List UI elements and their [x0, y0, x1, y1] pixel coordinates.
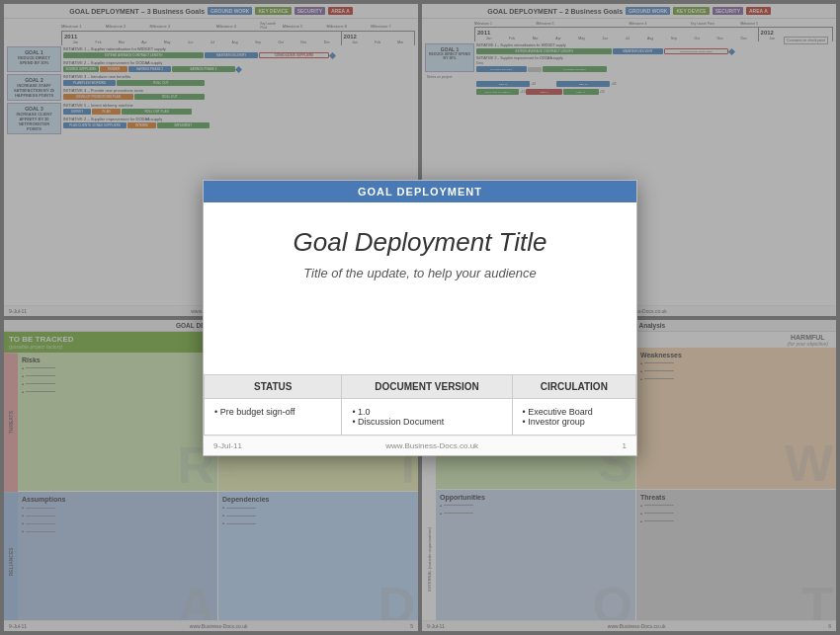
circulation-item-2: Investor group — [523, 417, 626, 427]
modal-header-bar: GOAL DEPLOYMENT — [204, 181, 636, 202]
modal-overlay: GOAL DEPLOYMENT Goal Deployment Title Ti… — [0, 0, 840, 635]
col-docver-header: DOCUMENT VERSION — [342, 374, 512, 398]
modal-footer-page: 1 — [623, 441, 627, 450]
modal-footer-url: www.Business-Docs.co.uk — [385, 441, 478, 450]
col-circulation-header: CIRCULATION — [512, 374, 635, 398]
modal-footer-date: 9-Jul-11 — [213, 441, 242, 450]
modal-title: Goal Deployment Title — [233, 227, 607, 258]
modal-subtitle: Title of the update, to help your audien… — [233, 266, 607, 280]
modal-header-text: GOAL DEPLOYMENT — [358, 186, 482, 198]
col-docver-cell: 1.0 Discussion Document — [342, 398, 512, 435]
col-status-header: STATUS — [205, 374, 342, 398]
docver-item-1: 1.0 — [352, 407, 501, 417]
docver-item-2: Discussion Document — [352, 417, 501, 427]
col-status-cell: Pre budget sign-off — [205, 398, 342, 435]
modal-title-section: Goal Deployment Title Title of the updat… — [204, 202, 636, 374]
circulation-item-1: Executive Board — [523, 407, 626, 417]
modal-dialog: GOAL DEPLOYMENT Goal Deployment Title Ti… — [203, 180, 637, 456]
modal-table: STATUS DOCUMENT VERSION CIRCULATION Pre … — [204, 374, 636, 436]
modal-footer: 9-Jul-11 www.Business-Docs.co.uk 1 — [204, 436, 636, 455]
col-circulation-cell: Executive Board Investor group — [512, 398, 635, 435]
status-item-1: Pre budget sign-off — [214, 407, 331, 417]
